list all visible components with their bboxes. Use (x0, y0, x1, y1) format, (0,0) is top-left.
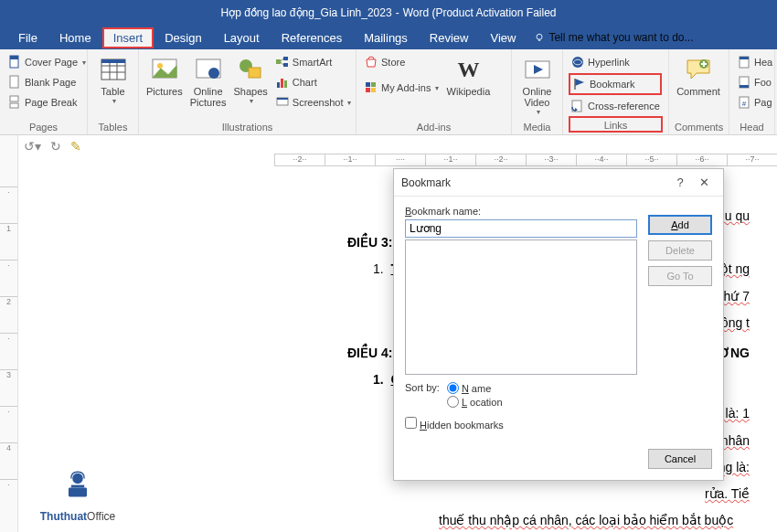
svg-rect-26 (284, 80, 287, 88)
watermark-logo: ThuthuatOffice (27, 465, 128, 523)
store-button[interactable]: Store (362, 53, 441, 71)
dialog-title: Bookmark (401, 176, 668, 189)
add-button[interactable]: Add (648, 215, 712, 235)
bookmark-name-input[interactable] (405, 219, 637, 238)
watermark-text1: Thuthuat (40, 510, 87, 523)
page-number-button[interactable]: #Pag (735, 93, 774, 112)
svg-rect-29 (366, 82, 370, 87)
svg-rect-18 (249, 68, 261, 78)
online-pictures-button[interactable]: Online Pictures (188, 53, 229, 110)
ribbon-tabs: File Home Insert Design Layout Reference… (0, 26, 777, 49)
svg-rect-50 (69, 487, 87, 496)
link-icon (570, 55, 585, 69)
group-label-head: Head (735, 120, 769, 133)
svg-marker-36 (575, 79, 584, 86)
tab-design[interactable]: Design (154, 27, 212, 48)
help-button[interactable]: ? (668, 176, 692, 189)
activation-status: (Product Activation Failed (431, 6, 556, 19)
svg-rect-44 (740, 57, 749, 59)
sortby-label: Sort by: (405, 382, 440, 393)
footer-icon (737, 75, 751, 90)
hidden-bookmarks-checkbox[interactable]: Hidden bookmarks (405, 417, 504, 431)
online-video-button[interactable]: Online Video (517, 53, 557, 118)
vertical-ruler[interactable]: ·1· 2·3 ·4· (0, 168, 18, 532)
tell-me-search[interactable]: Tell me what you want to do... (534, 31, 693, 44)
video-icon (523, 55, 552, 84)
bookmark-icon (572, 77, 587, 91)
group-label-pages: Pages (5, 120, 81, 133)
heading-dieu3: ĐIỀU 3: (347, 235, 392, 250)
goto-button: Go To (648, 266, 712, 286)
ruler-area: ↺▾ ↻ ✎ ··2····1········1····2····3····4·… (0, 135, 777, 168)
footer-button[interactable]: Foo (735, 73, 774, 91)
svg-point-14 (157, 63, 163, 69)
brush-icon[interactable]: ✎ (70, 139, 81, 154)
title-bar: Hợp đồng lao động_Gia Linh_2023 - Word (… (0, 0, 777, 26)
horizontal-ruler[interactable]: ··2····1········1····2····3····4····5···… (274, 154, 777, 166)
bookmark-button[interactable]: Bookmark (569, 73, 662, 95)
group-label-addins: Add-ins (362, 120, 506, 133)
sort-name-radio[interactable]: Name (447, 382, 503, 394)
svg-rect-4 (10, 76, 18, 88)
close-button[interactable]: ✕ (692, 176, 716, 189)
tell-me-label: Tell me what you want to do... (548, 31, 693, 44)
addins-icon (364, 80, 378, 95)
svg-point-16 (208, 68, 219, 79)
comment-button[interactable]: Comment (675, 53, 722, 99)
sort-location-radio[interactable]: Location (447, 396, 503, 408)
screenshot-button[interactable]: Screenshot (273, 93, 354, 112)
smartart-icon (275, 55, 290, 69)
svg-point-0 (537, 34, 542, 39)
svg-rect-21 (283, 63, 288, 67)
pagenum-icon: # (737, 95, 751, 110)
tab-home[interactable]: Home (48, 27, 102, 48)
svg-line-22 (281, 59, 283, 61)
svg-point-35 (572, 57, 583, 68)
tab-review[interactable]: Review (419, 27, 480, 48)
group-label-tables: Tables (93, 120, 133, 133)
svg-point-49 (72, 473, 83, 484)
picture-icon (150, 55, 179, 84)
shapes-icon (236, 55, 265, 84)
break-icon (7, 95, 22, 110)
myaddins-button[interactable]: My Add-ins (362, 79, 441, 97)
tab-file[interactable]: File (7, 27, 48, 48)
header-button[interactable]: Hea (735, 53, 774, 71)
tab-mailings[interactable]: Mailings (353, 27, 419, 48)
bookmark-list[interactable] (405, 239, 637, 375)
page-icon (7, 75, 22, 90)
page-break-button[interactable]: Page Break (5, 93, 88, 112)
comment-icon (684, 55, 713, 84)
svg-rect-24 (277, 82, 280, 88)
svg-rect-1 (538, 39, 540, 41)
dialog-titlebar[interactable]: Bookmark ? ✕ (394, 169, 723, 197)
cross-reference-button[interactable]: Cross-reference (569, 97, 662, 115)
tab-insert[interactable]: Insert (102, 27, 154, 48)
svg-rect-20 (283, 57, 288, 60)
hyperlink-button[interactable]: Hyperlink (569, 53, 662, 71)
cancel-button[interactable]: Cancel (648, 449, 712, 469)
pictures-button[interactable]: Pictures (144, 53, 185, 99)
shapes-button[interactable]: Shapes (231, 53, 269, 107)
svg-rect-28 (277, 98, 288, 100)
smartart-button[interactable]: SmartArt (273, 53, 354, 71)
redo-icon[interactable]: ↻ (50, 139, 61, 154)
tab-references[interactable]: References (271, 27, 353, 48)
group-label-links: Links (569, 116, 663, 133)
table-button[interactable]: Table (93, 53, 133, 107)
store-icon (364, 55, 378, 69)
blank-page-button[interactable]: Blank Page (5, 73, 88, 91)
wikipedia-button[interactable]: WWikipedia (444, 53, 492, 99)
undo-icon[interactable]: ↺▾ (24, 139, 41, 154)
tab-layout[interactable]: Layout (213, 27, 271, 48)
crossref-icon (570, 99, 585, 113)
group-label-comments: Comments (675, 120, 723, 133)
chart-icon (275, 75, 290, 90)
svg-rect-25 (281, 79, 283, 88)
svg-rect-31 (366, 88, 370, 92)
tab-view[interactable]: View (479, 27, 527, 48)
cover-page-button[interactable]: Cover Page (5, 53, 88, 71)
svg-text:#: # (742, 100, 747, 108)
doc-text: rửa. Tiề (705, 486, 750, 501)
chart-button[interactable]: Chart (273, 73, 354, 91)
